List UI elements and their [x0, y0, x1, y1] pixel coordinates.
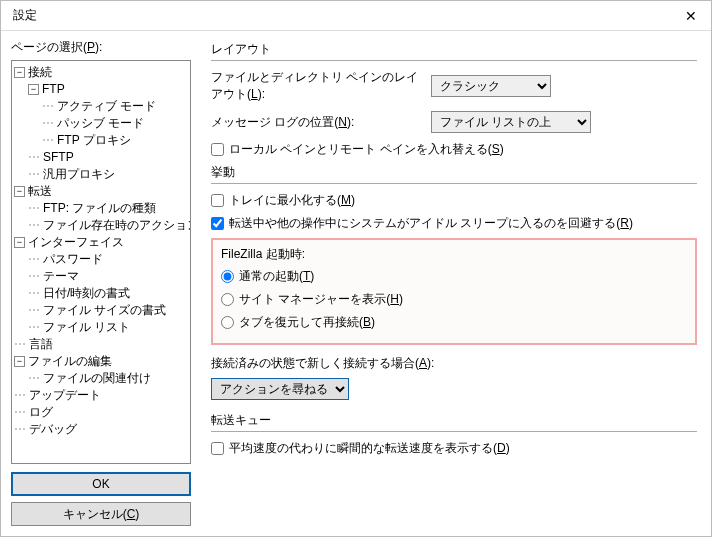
tree-item-language[interactable]: 言語 [29, 336, 53, 353]
left-pane: ページの選択(P): −接続 −FTP ⋯アクティブ モード ⋯パッシブ モード… [1, 31, 201, 536]
startup-heading: FileZilla 起動時: [221, 246, 687, 263]
tree-toggle[interactable]: − [14, 237, 25, 248]
tree-toggle[interactable]: − [14, 356, 25, 367]
titlebar: 設定 ✕ [1, 1, 711, 31]
tree-item-passwords[interactable]: パスワード [43, 251, 103, 268]
tree-item-filetypes[interactable]: FTP: ファイルの種類 [43, 200, 156, 217]
page-tree[interactable]: −接続 −FTP ⋯アクティブ モード ⋯パッシブ モード ⋯FTP プロキシ … [11, 60, 191, 464]
cancel-button[interactable]: キャンセル(C) [11, 502, 191, 526]
tree-item-filesize[interactable]: ファイル サイズの書式 [43, 302, 166, 319]
close-button[interactable]: ✕ [671, 1, 711, 31]
page-select-label: ページの選択(P): [11, 39, 191, 56]
section-behaviour: 挙動 [211, 164, 697, 184]
tree-item-themes[interactable]: テーマ [43, 268, 79, 285]
right-pane: レイアウト ファイルとディレクトリ ペインのレイアウト(L): クラシック メッ… [201, 31, 711, 536]
select-pane-layout[interactable]: クラシック [431, 75, 551, 97]
tree-toggle[interactable]: − [14, 67, 25, 78]
tree-item-filelist[interactable]: ファイル リスト [43, 319, 130, 336]
label-msglog-pos: メッセージ ログの位置(N): [211, 114, 421, 131]
checkbox-swap-panes[interactable]: ローカル ペインとリモート ペインを入れ替える(S) [211, 141, 697, 158]
select-msglog-pos[interactable]: ファイル リストの上 [431, 111, 591, 133]
tree-item-active[interactable]: アクティブ モード [57, 98, 156, 115]
radio-startup-restore[interactable]: タブを復元して再接続(B) [221, 314, 687, 331]
tree-item-passive[interactable]: パッシブ モード [57, 115, 144, 132]
tree-item-ftp[interactable]: FTP [42, 81, 65, 98]
tree-item-fileexists[interactable]: ファイル存在時のアクション [43, 217, 191, 234]
radio-startup-sitemanager[interactable]: サイト マネージャーを表示(H) [221, 291, 687, 308]
checkbox-minimize-tray[interactable]: トレイに最小化する(M) [211, 192, 697, 209]
tree-item-interface[interactable]: インターフェイス [28, 234, 124, 251]
tree-item-assoc[interactable]: ファイルの関連付け [43, 370, 151, 387]
label-already-connected: 接続済みの状態で新しく接続する場合(A): [211, 355, 697, 372]
window-title: 設定 [13, 7, 37, 24]
startup-group: FileZilla 起動時: 通常の起動(T) サイト マネージャーを表示(H)… [211, 238, 697, 345]
label-pane-layout: ファイルとディレクトリ ペインのレイアウト(L): [211, 69, 421, 103]
section-layout: レイアウト [211, 41, 697, 61]
tree-item-datetime[interactable]: 日付/時刻の書式 [43, 285, 130, 302]
tree-item-log[interactable]: ログ [29, 404, 53, 421]
tree-item-fileedit[interactable]: ファイルの編集 [28, 353, 112, 370]
checkbox-prevent-idle[interactable]: 転送中や他の操作中にシステムがアイドル スリープに入るのを回避する(R) [211, 215, 697, 232]
tree-item-debug[interactable]: デバッグ [29, 421, 77, 438]
tree-item-generic-proxy[interactable]: 汎用プロキシ [43, 166, 115, 183]
tree-item-connection[interactable]: 接続 [28, 64, 52, 81]
tree-item-ftp-proxy[interactable]: FTP プロキシ [57, 132, 131, 149]
tree-item-transfers[interactable]: 転送 [28, 183, 52, 200]
select-already-connected[interactable]: アクションを尋ねる [211, 378, 349, 400]
section-queue: 転送キュー [211, 412, 697, 432]
tree-item-update[interactable]: アップデート [29, 387, 101, 404]
radio-startup-normal[interactable]: 通常の起動(T) [221, 268, 687, 285]
tree-item-sftp[interactable]: SFTP [43, 149, 74, 166]
tree-toggle[interactable]: − [14, 186, 25, 197]
ok-button[interactable]: OK [11, 472, 191, 496]
checkbox-momentary-speed[interactable]: 平均速度の代わりに瞬間的な転送速度を表示する(D) [211, 440, 697, 457]
tree-toggle[interactable]: − [28, 84, 39, 95]
